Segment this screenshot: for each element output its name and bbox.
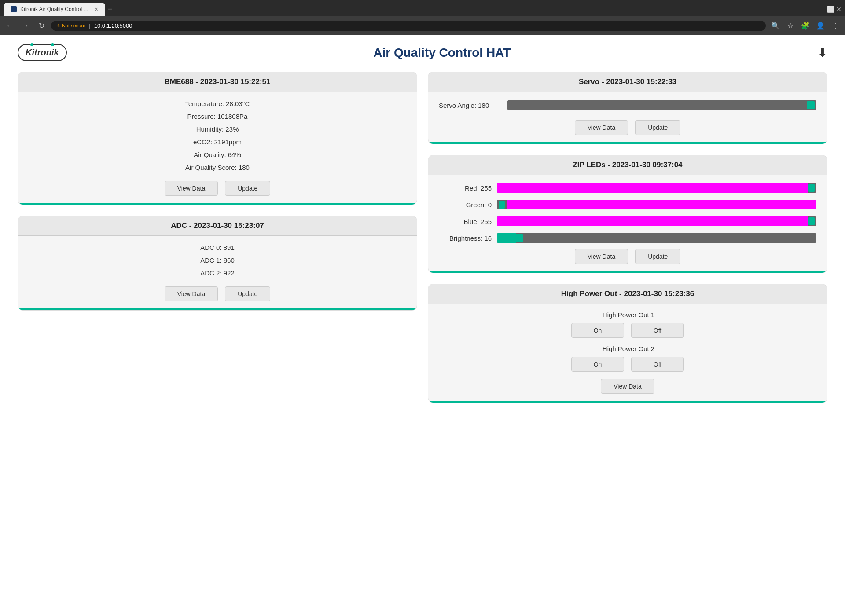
minimize-button[interactable]: — (819, 6, 825, 13)
tab-bar: Kitronik Air Quality Control HAT ✕ + — ⬜… (0, 0, 845, 16)
security-warning: ⚠ Not secure (56, 23, 85, 29)
brightness-led-row: Brightness: 16 (439, 232, 816, 244)
servo-slider-container (507, 99, 816, 111)
brightness-slider-handle[interactable] (515, 234, 523, 242)
green-led-label: Green: 0 (439, 201, 492, 209)
blue-led-label: Blue: 255 (439, 218, 492, 225)
bme688-sensor-data: Temperature: 28.03°C Pressure: 101808Pa … (29, 99, 406, 172)
download-button[interactable]: ⬇ (817, 45, 827, 60)
red-slider-track (497, 183, 816, 193)
adc-card-header: ADC - 2023-01-30 15:23:07 (18, 216, 417, 236)
adc-view-data-button[interactable]: View Data (165, 286, 218, 301)
servo-slider-track (507, 100, 816, 110)
active-tab[interactable]: Kitronik Air Quality Control HAT ✕ (4, 3, 105, 16)
url-display: 10.0.1.20:5000 (94, 22, 132, 29)
page-content: Kitronik Air Quality Control HAT ⬇ BME68… (0, 35, 845, 616)
blue-led-row: Blue: 255 (439, 216, 816, 227)
high-power-view-data-button[interactable]: View Data (601, 379, 654, 394)
green-slider-bg-fill (507, 200, 816, 209)
bme688-card-body: Temperature: 28.03°C Pressure: 101808Pa … (18, 92, 417, 205)
brightness-led-label: Brightness: 16 (439, 235, 492, 242)
browser-right-icons: 🔍 ☆ 🧩 👤 ⋮ (769, 19, 841, 32)
zip-leds-card: ZIP LEDs - 2023-01-30 09:37:04 Red: 255 (428, 155, 827, 273)
main-grid: BME688 - 2023-01-30 15:22:51 Temperature… (18, 72, 827, 403)
profile-icon[interactable]: 👤 (814, 19, 827, 32)
high-power-out-card: High Power Out - 2023-01-30 15:23:36 Hig… (428, 284, 827, 403)
bme688-card-header: BME688 - 2023-01-30 15:22:51 (18, 72, 417, 92)
forward-button[interactable]: → (19, 19, 32, 32)
extensions-icon[interactable]: 🧩 (799, 19, 812, 32)
logo-dots (30, 43, 54, 46)
servo-update-button[interactable]: Update (635, 120, 680, 135)
power-out-1-label: High Power Out 1 (439, 311, 816, 319)
red-slider-fill (497, 183, 808, 193)
close-button[interactable]: ✕ (836, 6, 841, 13)
maximize-button[interactable]: ⬜ (827, 6, 834, 13)
power-out-2-btn-row: On Off (439, 357, 816, 372)
servo-card-header: Servo - 2023-01-30 15:22:33 (428, 72, 827, 92)
air-quality-score-row: Air Quality Score: 180 (29, 163, 406, 172)
adc-button-row: View Data Update (29, 286, 406, 301)
blue-slider-handle[interactable] (808, 217, 815, 225)
high-power-out-card-header: High Power Out - 2023-01-30 15:23:36 (428, 284, 827, 304)
brightness-led-slider (497, 232, 816, 244)
bme688-button-row: View Data Update (29, 181, 406, 196)
blue-slider-track (497, 216, 816, 226)
new-tab-button[interactable]: + (108, 5, 113, 14)
pressure-row: Pressure: 101808Pa (29, 112, 406, 121)
bookmark-icon[interactable]: ☆ (784, 19, 797, 32)
tab-close-icon[interactable]: ✕ (94, 7, 98, 12)
red-led-row: Red: 255 (439, 182, 816, 194)
logo-dot-left (30, 43, 33, 46)
zip-leds-update-button[interactable]: Update (635, 249, 680, 264)
blue-slider-fill (497, 216, 808, 226)
air-quality-row: Air Quality: 64% (29, 150, 406, 159)
green-slider-track (497, 200, 816, 209)
adc1-row: ADC 1: 860 (29, 256, 406, 265)
power-out-1-off-button[interactable]: Off (631, 323, 684, 338)
page-header: Kitronik Air Quality Control HAT ⬇ (18, 44, 827, 61)
power-out-2-off-button[interactable]: Off (631, 357, 684, 372)
adc-card-body: ADC 0: 891 ADC 1: 860 ADC 2: 922 View Da… (18, 236, 417, 310)
blue-led-slider (497, 216, 816, 227)
servo-angle-row: Servo Angle: 180 (439, 99, 816, 111)
page-title: Air Quality Control HAT (373, 46, 511, 60)
reload-button[interactable]: ↻ (35, 19, 48, 32)
red-led-slider (497, 182, 816, 194)
zip-leds-button-row: View Data Update (439, 249, 816, 264)
zoom-icon[interactable]: 🔍 (769, 19, 782, 32)
browser-toolbar: ← → ↻ ⚠ Not secure | 10.0.1.20:5000 🔍 ☆ … (0, 16, 845, 35)
green-led-slider (497, 199, 816, 210)
servo-angle-label: Servo Angle: 180 (439, 102, 500, 109)
back-button[interactable]: ← (4, 19, 16, 32)
brightness-slider-track (497, 233, 816, 243)
power-out-2-on-button[interactable]: On (571, 357, 624, 372)
green-slider-handle[interactable] (499, 201, 505, 209)
adc0-row: ADC 0: 891 (29, 243, 406, 252)
logo-dot-right (51, 43, 54, 46)
servo-card-body: Servo Angle: 180 View Data Update (428, 92, 827, 144)
bme688-update-button[interactable]: Update (225, 181, 270, 196)
eco2-row: eCO2: 2191ppm (29, 137, 406, 147)
high-power-out-card-body: High Power Out 1 On Off High Power Out 2… (428, 304, 827, 403)
red-slider-handle[interactable] (808, 184, 815, 192)
adc-update-button[interactable]: Update (225, 286, 270, 301)
adc-data: ADC 0: 891 ADC 1: 860 ADC 2: 922 (29, 243, 406, 278)
power-out-1-on-button[interactable]: On (571, 323, 624, 338)
zip-leds-view-data-button[interactable]: View Data (575, 249, 628, 264)
address-bar[interactable]: ⚠ Not secure | 10.0.1.20:5000 (51, 21, 766, 31)
servo-view-data-button[interactable]: View Data (575, 120, 628, 135)
zip-leds-card-header: ZIP LEDs - 2023-01-30 09:37:04 (428, 155, 827, 175)
browser-chrome: Kitronik Air Quality Control HAT ✕ + — ⬜… (0, 0, 845, 35)
humidity-row: Humidity: 23% (29, 125, 406, 134)
power-out-2-label: High Power Out 2 (439, 345, 816, 352)
brightness-slider-fill (497, 233, 516, 243)
bme688-view-data-button[interactable]: View Data (165, 181, 218, 196)
zip-leds-card-body: Red: 255 Green: 0 (428, 175, 827, 273)
servo-slider-handle[interactable] (807, 101, 815, 109)
bme688-card: BME688 - 2023-01-30 15:22:51 Temperature… (18, 72, 417, 205)
tab-title: Kitronik Air Quality Control HAT (20, 6, 91, 12)
menu-icon[interactable]: ⋮ (829, 19, 841, 32)
green-led-row: Green: 0 (439, 199, 816, 210)
power-out-1-section: High Power Out 1 On Off (439, 311, 816, 338)
